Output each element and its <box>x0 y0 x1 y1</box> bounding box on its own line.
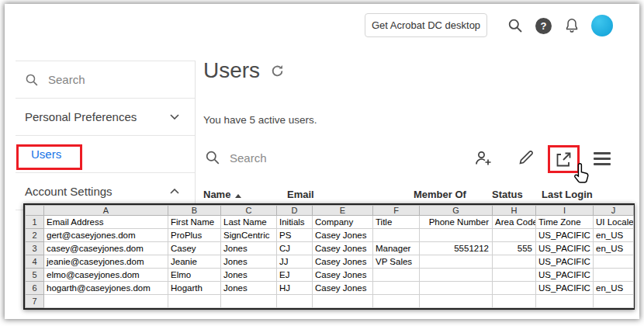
spreadsheet-cell[interactable]: US_PACIFIC <box>536 269 594 282</box>
spreadsheet-cell[interactable]: US_PACIFIC <box>536 255 594 269</box>
spreadsheet-cell[interactable]: Jeanie <box>168 255 221 269</box>
sidebar-item-personal-preferences[interactable]: Personal Preferences <box>16 99 195 136</box>
spreadsheet-cell[interactable]: Jones <box>221 255 277 269</box>
spreadsheet-cell[interactable]: Casey <box>168 242 221 255</box>
spreadsheet-cell[interactable] <box>420 229 493 242</box>
help-icon[interactable]: ? <box>535 18 552 34</box>
spreadsheet-cell[interactable] <box>594 269 634 282</box>
spreadsheet-cell[interactable]: Company <box>313 216 373 229</box>
spreadsheet-cell[interactable] <box>373 229 420 242</box>
spreadsheet-cell[interactable]: 5551212 <box>420 242 493 255</box>
spreadsheet-cell[interactable]: Casey Jones <box>313 242 373 255</box>
spreadsheet-column-letter[interactable]: D <box>277 206 313 216</box>
spreadsheet-row-number[interactable]: 3 <box>26 242 44 255</box>
spreadsheet-cell[interactable]: en_US <box>594 242 634 255</box>
spreadsheet-column-letter[interactable]: B <box>168 206 221 216</box>
spreadsheet-cell[interactable] <box>594 255 634 269</box>
spreadsheet-cell[interactable] <box>313 295 373 308</box>
column-header-last-login[interactable]: Last Login <box>542 189 593 200</box>
spreadsheet-cell[interactable] <box>373 269 420 282</box>
spreadsheet-cell[interactable]: ProPlus <box>168 229 221 242</box>
spreadsheet-cell[interactable]: Casey Jones <box>313 255 373 269</box>
notifications-bell-icon[interactable] <box>563 17 580 34</box>
column-header-member-of[interactable]: Member Of <box>414 189 466 200</box>
spreadsheet-cell[interactable]: en_US <box>594 282 634 295</box>
spreadsheet-cell[interactable]: en_US <box>594 229 634 242</box>
spreadsheet-cell[interactable] <box>44 295 168 308</box>
spreadsheet-cell[interactable] <box>373 295 420 308</box>
spreadsheet-row-number[interactable]: 1 <box>26 216 44 229</box>
spreadsheet-cell[interactable] <box>536 295 594 308</box>
spreadsheet-cell[interactable] <box>277 295 313 308</box>
spreadsheet-cell[interactable]: casey@caseyjones.dom <box>44 242 168 255</box>
spreadsheet-cell[interactable] <box>221 295 277 308</box>
spreadsheet-cell[interactable]: Jones <box>221 269 277 282</box>
spreadsheet-cell[interactable] <box>420 282 493 295</box>
spreadsheet-cell[interactable]: elmo@caseyjones.dom <box>44 269 168 282</box>
spreadsheet-cell[interactable] <box>493 269 536 282</box>
spreadsheet-row-number[interactable]: 5 <box>26 269 44 282</box>
spreadsheet-cell[interactable]: JJ <box>277 255 313 269</box>
spreadsheet-row-number[interactable]: 2 <box>26 229 44 242</box>
spreadsheet-cell[interactable]: US_PACIFIC <box>536 282 594 295</box>
spreadsheet-cell[interactable] <box>493 229 536 242</box>
spreadsheet-cell[interactable] <box>493 295 536 308</box>
spreadsheet-cell[interactable] <box>420 269 493 282</box>
spreadsheet-cell[interactable]: CJ <box>277 242 313 255</box>
spreadsheet-cell[interactable]: jeanie@caseyjones.dom <box>44 255 168 269</box>
sidebar-search[interactable]: Search <box>16 61 195 99</box>
refresh-icon[interactable] <box>270 64 285 78</box>
spreadsheet-cell[interactable] <box>373 282 420 295</box>
spreadsheet-cell[interactable]: hogarth@caseyjones.dom <box>44 282 168 295</box>
sidebar-item-users[interactable]: Users <box>16 136 195 173</box>
spreadsheet-cell[interactable] <box>493 255 536 269</box>
spreadsheet-cell[interactable]: Hogarth <box>168 282 221 295</box>
spreadsheet-cell[interactable]: Area Code <box>493 216 536 229</box>
spreadsheet-cell[interactable]: gert@caseyjones.dom <box>44 229 168 242</box>
spreadsheet-cell[interactable]: EJ <box>277 269 313 282</box>
spreadsheet-row-number[interactable]: 6 <box>26 282 44 295</box>
export-users-icon[interactable] <box>553 150 573 170</box>
users-search-field[interactable] <box>205 150 377 165</box>
spreadsheet-cell[interactable]: Casey Jones <box>313 229 373 242</box>
spreadsheet-cell[interactable]: Jones <box>221 282 277 295</box>
spreadsheet-cell[interactable]: Elmo <box>168 269 221 282</box>
user-avatar[interactable] <box>591 15 613 36</box>
spreadsheet-corner-cell[interactable] <box>26 206 44 216</box>
spreadsheet-cell[interactable]: Title <box>373 216 420 229</box>
spreadsheet-cell[interactable]: VP Sales <box>373 255 420 269</box>
spreadsheet-cell[interactable]: Time Zone <box>536 216 594 229</box>
spreadsheet-cell[interactable]: Initials <box>277 216 313 229</box>
spreadsheet-column-letter[interactable]: F <box>373 206 420 216</box>
spreadsheet-cell[interactable]: First Name <box>168 216 221 229</box>
spreadsheet-column-letter[interactable]: C <box>221 206 277 216</box>
spreadsheet-cell[interactable]: US_PACIFIC <box>536 229 594 242</box>
add-user-icon[interactable] <box>473 148 493 168</box>
column-header-status[interactable]: Status <box>492 189 523 200</box>
edit-pencil-icon[interactable] <box>517 148 535 167</box>
spreadsheet-cell[interactable] <box>493 282 536 295</box>
spreadsheet-cell[interactable]: UI Locale <box>594 216 634 229</box>
spreadsheet-cell[interactable]: PS <box>277 229 313 242</box>
spreadsheet-cell[interactable]: Phone Number <box>420 216 493 229</box>
column-header-email[interactable]: Email <box>287 189 314 200</box>
spreadsheet-cell[interactable]: Jones <box>221 242 277 255</box>
column-header-name[interactable]: Name <box>203 189 241 200</box>
spreadsheet-cell[interactable] <box>420 255 493 269</box>
spreadsheet-cell[interactable]: Casey Jones <box>313 269 373 282</box>
spreadsheet-column-letter[interactable]: I <box>536 206 594 216</box>
spreadsheet-column-letter[interactable]: J <box>594 206 634 216</box>
spreadsheet-column-letter[interactable]: H <box>493 206 536 216</box>
get-acrobat-button[interactable]: Get Acrobat DC desktop <box>365 13 487 37</box>
spreadsheet-cell[interactable]: 555 <box>493 242 536 255</box>
spreadsheet-cell[interactable]: Manager <box>373 242 420 255</box>
spreadsheet-cell[interactable]: HJ <box>277 282 313 295</box>
spreadsheet-column-letter[interactable]: A <box>44 206 168 216</box>
spreadsheet-cell[interactable]: US_PACIFIC <box>536 242 594 255</box>
spreadsheet-column-letter[interactable]: G <box>420 206 493 216</box>
spreadsheet-row-number[interactable]: 7 <box>26 295 44 308</box>
spreadsheet-row-number[interactable]: 4 <box>26 255 44 269</box>
spreadsheet-cell[interactable]: Casey Jones <box>313 282 373 295</box>
spreadsheet-cell[interactable] <box>168 295 221 308</box>
spreadsheet-cell[interactable]: Last Name <box>221 216 277 229</box>
